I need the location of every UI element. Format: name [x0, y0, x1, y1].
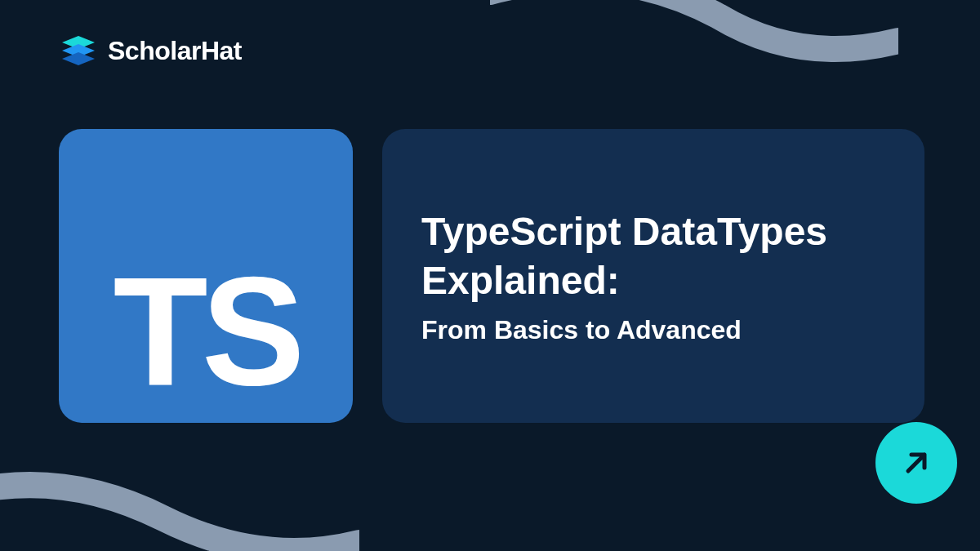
title-subtitle: From Basics to Advanced [421, 315, 885, 345]
brand-name: ScholarHat [108, 36, 242, 66]
decorative-swoosh-top [490, 0, 898, 114]
typescript-badge: TS [59, 129, 353, 423]
decorative-swoosh-bottom [0, 453, 359, 551]
arrow-up-right-icon [897, 443, 936, 482]
typescript-badge-text: TS [114, 253, 299, 408]
title-heading: TypeScript DataTypes Explained: [421, 207, 885, 305]
title-line-2: Explained: [421, 259, 620, 302]
next-arrow-button[interactable] [875, 422, 957, 504]
scholarhat-icon [59, 31, 98, 70]
brand-logo: ScholarHat [59, 31, 242, 70]
title-card: TypeScript DataTypes Explained: From Bas… [382, 129, 924, 423]
title-line-1: TypeScript DataTypes [421, 210, 827, 253]
